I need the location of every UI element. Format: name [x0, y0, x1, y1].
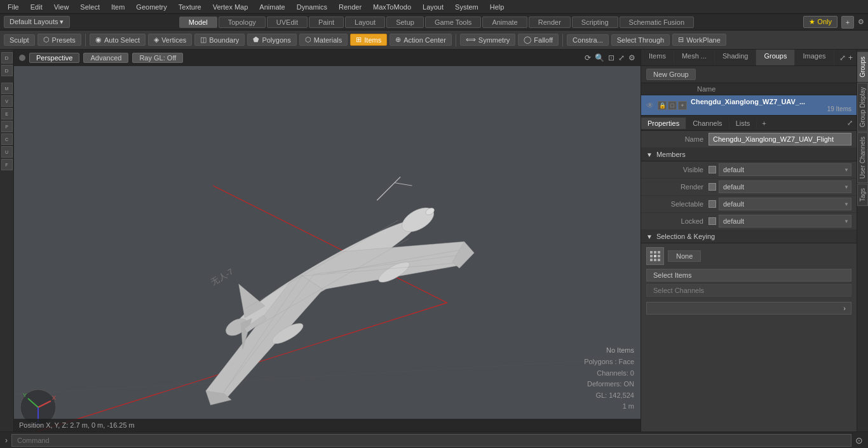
- menu-vertex-map[interactable]: Vertex Map: [208, 2, 254, 12]
- group-icon-render[interactable]: □: [668, 101, 677, 110]
- menu-system[interactable]: System: [450, 2, 484, 12]
- command-icon[interactable]: ⊙: [855, 435, 863, 445]
- tab-paint[interactable]: Paint: [309, 17, 344, 28]
- tab-scripting[interactable]: Scripting: [572, 17, 618, 28]
- select-through-btn[interactable]: Select Through: [611, 34, 670, 46]
- advanced-tab[interactable]: Advanced: [83, 53, 128, 63]
- presets-btn[interactable]: ⬡ Presets: [37, 34, 81, 46]
- tab-game-tools[interactable]: Game Tools: [425, 17, 482, 28]
- render-select[interactable]: default: [719, 180, 851, 193]
- viewport[interactable]: Perspective Advanced Ray GL: Off ⟳ 🔍 ⊡ ⤢…: [14, 50, 641, 431]
- command-input[interactable]: [11, 434, 851, 447]
- visible-select[interactable]: default: [719, 163, 851, 176]
- menu-layout[interactable]: Layout: [417, 2, 449, 12]
- sidebar-btn-poly[interactable]: P: [1, 121, 13, 132]
- sidebar-btn-uv[interactable]: U: [1, 146, 13, 158]
- menu-render[interactable]: Render: [334, 2, 367, 12]
- auto-select-btn[interactable]: ◉ Auto Select: [90, 34, 146, 46]
- vert-tab-tags[interactable]: Tags: [857, 184, 868, 206]
- menu-geometry[interactable]: Geometry: [131, 2, 172, 12]
- sel-keying-section[interactable]: ▼ Selection & Keying: [641, 230, 857, 243]
- render-color-dot[interactable]: [709, 183, 716, 191]
- menu-animate[interactable]: Animate: [254, 2, 290, 12]
- vert-tab-user-channels[interactable]: User Channels: [857, 132, 868, 183]
- new-group-button[interactable]: New Group: [646, 69, 696, 80]
- sculpt-btn[interactable]: Sculpt: [4, 34, 35, 46]
- vertices-btn[interactable]: ◈ Vertices: [148, 34, 192, 46]
- sidebar-btn-edge[interactable]: E: [1, 108, 13, 119]
- command-arrow-btn[interactable]: ›: [5, 436, 8, 445]
- members-section[interactable]: ▼ Members: [641, 148, 857, 161]
- tab-schematic-fusion[interactable]: Schematic Fusion: [620, 17, 694, 28]
- tab-setup[interactable]: Setup: [386, 17, 424, 28]
- vp-icon-frame[interactable]: ⊡: [608, 53, 614, 62]
- symmetry-btn[interactable]: ⟺ Symmetry: [460, 34, 516, 46]
- items-btn[interactable]: ⊞ Items: [350, 34, 387, 46]
- add-layout-btn[interactable]: +: [841, 16, 854, 29]
- menu-select[interactable]: Select: [75, 2, 105, 12]
- viewport-dot[interactable]: [19, 55, 25, 61]
- rp-tab-mesh[interactable]: Mesh ...: [674, 50, 715, 65]
- tab-layout[interactable]: Layout: [345, 17, 385, 28]
- menu-help[interactable]: Help: [485, 2, 510, 12]
- sidebar-btn-f[interactable]: F: [1, 159, 13, 170]
- prop-tab-lists[interactable]: Lists: [729, 118, 757, 129]
- tab-topology[interactable]: Topology: [219, 17, 266, 28]
- locked-color-dot[interactable]: [709, 217, 716, 225]
- selectable-color-dot[interactable]: [709, 200, 716, 208]
- prop-tab-properties[interactable]: Properties: [641, 118, 686, 129]
- workplane-btn[interactable]: ⊟ WorkPlane: [672, 34, 726, 46]
- vp-icon-more[interactable]: ⚙: [628, 53, 635, 62]
- select-items-button[interactable]: Select Items: [646, 269, 851, 282]
- menu-dynamics[interactable]: Dynamics: [292, 2, 332, 12]
- sel-keying-icon-btn[interactable]: [646, 247, 664, 265]
- menu-edit[interactable]: Edit: [25, 2, 48, 12]
- selectable-select[interactable]: default: [719, 198, 851, 210]
- vp-icon-rotate[interactable]: ⟳: [585, 53, 591, 62]
- action-center-btn[interactable]: ⊕ Action Center: [390, 34, 452, 46]
- select-channels-button[interactable]: Select Channels: [646, 284, 851, 297]
- constraints-btn[interactable]: Constra...: [567, 34, 609, 46]
- sel-arrow-button[interactable]: ›: [646, 302, 851, 315]
- tab-model[interactable]: Model: [179, 17, 217, 28]
- rp-plus-icon[interactable]: +: [848, 53, 853, 62]
- group-item[interactable]: 👁 🔒 □ + Chengdu_Xianglong_WZ7_UAV_... 19…: [641, 95, 857, 115]
- sidebar-btn-2[interactable]: D: [1, 65, 13, 76]
- boundary-btn[interactable]: ◫ Boundary: [194, 34, 245, 46]
- sel-none-button[interactable]: None: [668, 250, 701, 262]
- tab-uvedit[interactable]: UVEdit: [267, 17, 308, 28]
- tab-render[interactable]: Render: [529, 17, 571, 28]
- group-icon-plus[interactable]: +: [678, 101, 687, 110]
- sidebar-btn-c[interactable]: C: [1, 133, 13, 145]
- menu-maxtomodo[interactable]: MaxToModo: [368, 2, 416, 12]
- raygl-tab[interactable]: Ray GL: Off: [132, 53, 183, 63]
- prop-tab-add[interactable]: +: [757, 118, 771, 129]
- vp-icon-zoom[interactable]: 🔍: [595, 53, 604, 62]
- prop-name-input[interactable]: [709, 133, 851, 146]
- sidebar-btn-1[interactable]: D: [1, 52, 13, 64]
- menu-view[interactable]: View: [49, 2, 74, 12]
- visible-color-dot[interactable]: [709, 166, 716, 173]
- prop-tab-channels[interactable]: Channels: [686, 118, 729, 129]
- rp-expand-icon[interactable]: ⤢: [839, 53, 846, 62]
- rp-tab-images[interactable]: Images: [795, 50, 834, 65]
- layout-dropdown[interactable]: Default Layouts ▾: [4, 16, 70, 28]
- menu-item[interactable]: Item: [106, 2, 130, 12]
- group-visible-icon[interactable]: 👁: [646, 101, 654, 110]
- rp-tab-items[interactable]: Items: [641, 50, 674, 65]
- polygons-btn[interactable]: ⬟ Polygons: [247, 34, 296, 46]
- perspective-tab[interactable]: Perspective: [29, 53, 79, 63]
- menu-file[interactable]: File: [3, 2, 24, 12]
- settings-icon[interactable]: ⚙: [858, 18, 864, 26]
- vp-icon-expand[interactable]: ⤢: [618, 53, 625, 62]
- menu-texture[interactable]: Texture: [173, 2, 207, 12]
- sidebar-btn-vert[interactable]: V: [1, 95, 13, 107]
- locked-select[interactable]: default: [719, 215, 851, 227]
- rp-tab-groups[interactable]: Groups: [756, 50, 795, 65]
- vert-tab-groups[interactable]: Groups: [857, 52, 868, 82]
- falloff-btn[interactable]: ◯ Falloff: [518, 34, 559, 46]
- materials-btn[interactable]: ⬡ Materials: [299, 34, 348, 46]
- group-icon-lock[interactable]: 🔒: [658, 101, 667, 110]
- vert-tab-group-display[interactable]: Group Display: [857, 83, 868, 132]
- sidebar-btn-mesh[interactable]: M: [1, 83, 13, 94]
